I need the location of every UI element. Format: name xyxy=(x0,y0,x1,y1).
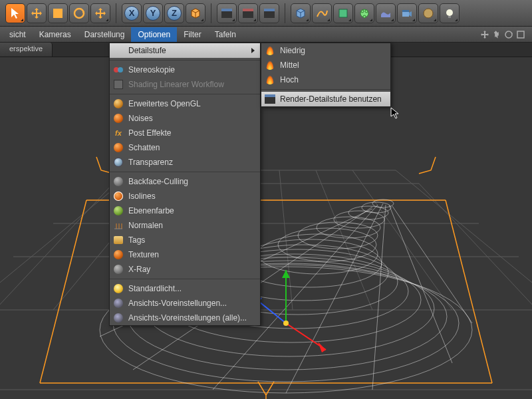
svg-marker-56 xyxy=(318,342,326,352)
scale-tool[interactable] xyxy=(48,3,68,23)
viewport-grid xyxy=(0,57,532,399)
svg-rect-11 xyxy=(448,16,451,18)
viewport-menubar: sicht Kameras Darstellung Optionen Filte… xyxy=(0,27,532,43)
perspective-tab[interactable]: erspektive xyxy=(0,43,53,57)
menu-detailstufe[interactable]: Detailstufe xyxy=(110,43,260,58)
axis-lock-group: X Y Z xyxy=(119,3,208,23)
axis-y-button[interactable]: Y xyxy=(143,3,163,23)
menu-ansicht[interactable]: sicht xyxy=(3,27,33,42)
svg-point-9 xyxy=(424,9,433,18)
svg-rect-0 xyxy=(53,9,63,18)
add-generator-button[interactable] xyxy=(333,3,353,23)
workflow-icon xyxy=(112,78,124,90)
select-tool[interactable] xyxy=(5,3,25,23)
move-tool[interactable] xyxy=(27,3,47,23)
noise-icon xyxy=(112,112,124,124)
fx-icon: fx xyxy=(112,127,124,139)
render-picture-button[interactable] xyxy=(238,3,258,23)
svg-line-52 xyxy=(372,205,386,390)
svg-rect-13 xyxy=(517,31,524,38)
submenu-niedrig[interactable]: Niedrig xyxy=(261,43,390,58)
maximize-view-icon[interactable] xyxy=(516,30,525,39)
shadow-icon xyxy=(112,142,124,154)
submenu-mittel[interactable]: Mittel xyxy=(261,58,390,72)
svg-point-5 xyxy=(365,10,368,13)
submenu-arrow-icon xyxy=(251,48,255,53)
settings-all-icon xyxy=(112,312,124,324)
menu-ebenenfarbe[interactable]: Ebenenfarbe xyxy=(110,203,260,218)
pan-view-icon[interactable] xyxy=(480,30,489,39)
submenu-hoch[interactable]: Hoch xyxy=(261,72,390,87)
stereo-icon xyxy=(112,64,124,76)
add-spline-button[interactable] xyxy=(312,3,332,23)
add-primitive-button[interactable] xyxy=(291,3,311,23)
detailstufe-submenu: Niedrig Mittel Hoch Render-Detailstufe b… xyxy=(261,43,391,107)
main-toolbar: X Y Z xyxy=(0,0,532,27)
clapper-icon xyxy=(264,93,276,105)
svg-point-4 xyxy=(361,10,364,13)
menu-filter[interactable]: Filter xyxy=(177,27,208,42)
medium-detail-icon xyxy=(264,59,276,71)
menu-transparenz[interactable]: Transparenz xyxy=(110,155,260,170)
rotate-tool[interactable] xyxy=(69,3,89,23)
svg-point-1 xyxy=(74,9,84,18)
menu-optionen[interactable]: Optionen xyxy=(131,27,177,42)
menu-posteffekte[interactable]: fx Post Effekte xyxy=(110,126,260,140)
opengl-icon xyxy=(112,98,124,110)
rotate-view-icon[interactable] xyxy=(504,30,513,39)
menu-noises[interactable]: Noises xyxy=(110,111,260,126)
svg-point-6 xyxy=(363,15,366,18)
svg-point-61 xyxy=(283,321,289,326)
create-group xyxy=(288,3,462,23)
texture-icon xyxy=(112,249,124,261)
high-detail-icon xyxy=(264,74,276,86)
menu-isolines[interactable]: Isolines xyxy=(110,189,260,203)
zoom-view-icon[interactable] xyxy=(492,30,501,39)
menu-standardlicht[interactable]: Standardlicht... xyxy=(110,281,260,296)
submenu-render-detail[interactable]: Render-Detailstufe benutzen xyxy=(261,92,390,106)
menu-tafeln[interactable]: Tafeln xyxy=(208,27,243,42)
light-icon xyxy=(112,283,124,295)
render-group xyxy=(214,3,282,23)
menu-schatten[interactable]: Schatten xyxy=(110,140,260,155)
menu-backface[interactable]: Backface-Culling xyxy=(110,174,260,189)
coordinate-system-button[interactable] xyxy=(186,3,205,23)
add-deformer-button[interactable] xyxy=(354,3,374,23)
menu-kameras[interactable]: Kameras xyxy=(33,27,78,42)
add-camera-button[interactable] xyxy=(397,3,417,23)
menu-ansichts-voreinstellungen-alle[interactable]: Ansichts-Voreinstellungen (alle)... xyxy=(110,311,260,325)
transparency-icon xyxy=(112,156,124,168)
add-environment-button[interactable] xyxy=(376,3,396,23)
viewport-3d[interactable] xyxy=(0,57,532,399)
svg-line-27 xyxy=(396,170,532,310)
menu-stereoskopie[interactable]: Stereoskopie xyxy=(110,63,260,77)
xray-icon xyxy=(112,263,124,275)
axis-z-button[interactable]: Z xyxy=(164,3,184,23)
svg-line-50 xyxy=(389,205,452,363)
svg-rect-7 xyxy=(402,11,409,17)
menu-normalen[interactable]: Normalen xyxy=(110,218,260,233)
backface-icon xyxy=(112,176,124,188)
layer-color-icon xyxy=(112,205,124,217)
render-settings-button[interactable] xyxy=(259,3,279,23)
normals-icon xyxy=(112,219,124,231)
menu-xray[interactable]: X-Ray xyxy=(110,262,260,277)
menu-tags[interactable]: Tags xyxy=(110,233,260,247)
svg-line-48 xyxy=(286,203,383,393)
last-tool[interactable] xyxy=(90,3,110,23)
add-scene-button[interactable] xyxy=(418,3,438,23)
render-view-button[interactable] xyxy=(217,3,237,23)
add-light-button[interactable] xyxy=(440,3,460,23)
svg-point-10 xyxy=(446,9,453,16)
menu-opengl[interactable]: Erweitertes OpenGL xyxy=(110,96,260,111)
axis-x-button[interactable]: X xyxy=(122,3,142,23)
menu-ansichts-voreinstellungen[interactable]: Ansichts-Voreinstellungen... xyxy=(110,296,260,311)
low-detail-icon xyxy=(264,45,276,57)
svg-point-12 xyxy=(505,31,512,38)
menu-shading-linear[interactable]: Shading Linearer Workflow xyxy=(110,77,260,92)
viewport-nav-icons xyxy=(480,30,529,39)
menu-texturen[interactable]: Texturen xyxy=(110,247,260,262)
tag-icon xyxy=(112,234,124,246)
transform-tool-group xyxy=(3,3,113,23)
menu-darstellung[interactable]: Darstellung xyxy=(78,27,132,42)
